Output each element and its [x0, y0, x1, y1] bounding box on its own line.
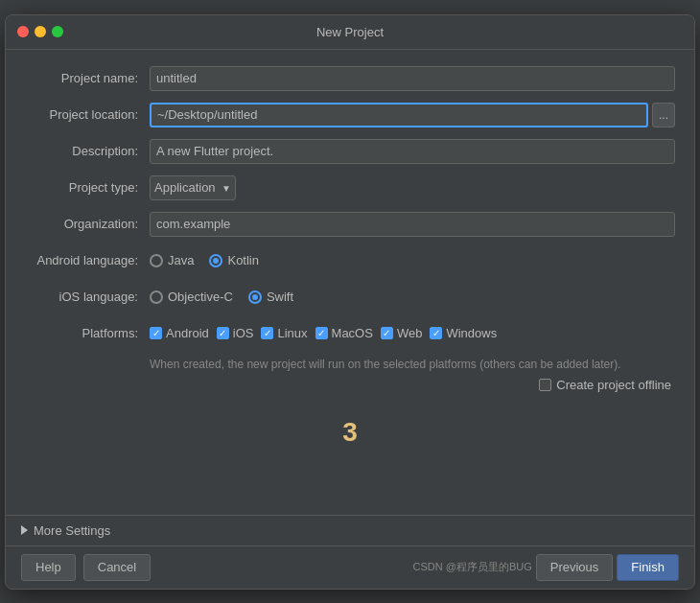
ios-objc-radio — [150, 290, 163, 304]
android-language-control: Java Kotlin — [150, 253, 675, 267]
ios-language-row: iOS language: Objective-C Swift — [25, 284, 675, 311]
ios-language-label: iOS language: — [25, 290, 150, 304]
platforms-label: Platforms: — [25, 326, 150, 340]
maximize-button[interactable] — [52, 26, 63, 37]
browse-button[interactable]: ... — [652, 103, 675, 128]
cancel-button[interactable]: Cancel — [83, 554, 151, 581]
minimize-button[interactable] — [35, 26, 46, 37]
platform-ios-checkbox — [217, 327, 229, 339]
android-kotlin-option[interactable]: Kotlin — [209, 253, 259, 267]
create-offline-label: Create project offline — [556, 378, 671, 392]
new-project-dialog: New Project Project name: Project locati… — [5, 14, 695, 590]
description-control — [150, 139, 675, 164]
platform-linux[interactable]: Linux — [261, 326, 307, 340]
platform-ios-label: iOS — [233, 326, 254, 340]
platform-ios[interactable]: iOS — [217, 326, 254, 340]
ios-language-control: Objective-C Swift — [150, 290, 675, 304]
ios-swift-radio — [248, 290, 262, 304]
previous-button[interactable]: Previous — [536, 554, 614, 581]
project-name-label: Project name: — [25, 71, 150, 85]
ios-swift-label: Swift — [267, 290, 293, 304]
create-offline-option[interactable]: Create project offline — [539, 378, 671, 392]
project-name-control — [150, 66, 675, 91]
platform-linux-label: Linux — [277, 326, 307, 340]
more-settings-section[interactable]: More Settings — [6, 515, 694, 545]
platform-windows-label: Windows — [446, 326, 497, 340]
close-button[interactable] — [17, 26, 29, 37]
platforms-control: Android iOS Linux MacOS — [150, 326, 675, 340]
platform-linux-checkbox — [261, 327, 273, 339]
android-java-radio — [150, 254, 163, 267]
ios-objc-option[interactable]: Objective-C — [150, 290, 233, 304]
platforms-row: Platforms: Android iOS Linux — [25, 320, 675, 347]
create-offline-checkbox — [539, 379, 551, 391]
ios-objc-label: Objective-C — [168, 290, 233, 304]
project-type-control: Application Plugin Package Module ▼ — [150, 175, 675, 200]
android-language-label: Android language: — [25, 253, 150, 267]
project-location-row: Project location: ... — [25, 102, 675, 128]
android-java-option[interactable]: Java — [150, 253, 194, 267]
platform-web-checkbox — [381, 327, 393, 339]
project-type-row: Project type: Application Plugin Package… — [25, 174, 675, 201]
platform-android[interactable]: Android — [150, 326, 209, 340]
android-language-group: Java Kotlin — [150, 253, 259, 267]
form-area: Project name: Project location: ... Desc… — [6, 50, 694, 515]
project-name-input[interactable] — [150, 66, 675, 91]
window-controls — [17, 26, 63, 37]
title-bar: New Project — [6, 15, 694, 50]
description-row: Description: — [25, 138, 675, 165]
platform-android-label: Android — [166, 326, 209, 340]
platform-windows-checkbox — [430, 327, 442, 339]
platform-macos[interactable]: MacOS — [315, 326, 373, 340]
android-java-label: Java — [168, 253, 194, 267]
bottom-left-buttons: Help Cancel — [21, 554, 151, 581]
description-input[interactable] — [150, 139, 675, 164]
organization-label: Organization: — [25, 217, 150, 231]
more-settings-label: More Settings — [34, 523, 110, 538]
project-name-row: Project name: — [25, 65, 675, 92]
offline-row: Create project offline — [25, 378, 675, 392]
organization-control — [150, 212, 675, 237]
android-language-row: Android language: Java Kotlin — [25, 247, 675, 274]
android-kotlin-label: Kotlin — [227, 253, 259, 267]
project-location-wrap: ... — [150, 103, 675, 128]
project-location-input[interactable] — [150, 103, 648, 128]
project-location-label: Project location: — [25, 107, 150, 122]
dialog-title: New Project — [316, 25, 384, 39]
watermark: CSDN @程序员里的BUG — [413, 560, 532, 574]
ios-language-group: Objective-C Swift — [150, 290, 293, 304]
project-type-select-container: Application Plugin Package Module ▼ — [150, 175, 236, 200]
expand-icon — [21, 525, 28, 535]
android-kotlin-radio — [209, 254, 222, 267]
project-type-label: Project type: — [25, 180, 150, 195]
platform-windows[interactable]: Windows — [430, 326, 497, 340]
help-button[interactable]: Help — [21, 554, 76, 581]
description-label: Description: — [25, 144, 150, 158]
step-number: 3 — [25, 417, 675, 448]
bottom-bar: Help Cancel CSDN @程序员里的BUG Previous Fini… — [6, 545, 694, 589]
platforms-group: Android iOS Linux MacOS — [150, 326, 497, 340]
platform-android-checkbox — [150, 327, 162, 339]
platform-web[interactable]: Web — [381, 326, 423, 340]
ios-swift-option[interactable]: Swift — [248, 290, 293, 304]
platform-web-label: Web — [397, 326, 423, 340]
finish-button[interactable]: Finish — [617, 554, 679, 581]
platform-macos-checkbox — [315, 327, 328, 339]
project-type-select[interactable]: Application Plugin Package Module — [150, 175, 236, 200]
organization-row: Organization: — [25, 211, 675, 238]
bottom-right-buttons: CSDN @程序员里的BUG Previous Finish — [413, 554, 680, 581]
project-location-control: ... — [150, 103, 675, 128]
organization-input[interactable] — [150, 212, 675, 237]
platform-macos-label: MacOS — [332, 326, 373, 340]
platform-hint: When created, the new project will run o… — [150, 357, 675, 373]
